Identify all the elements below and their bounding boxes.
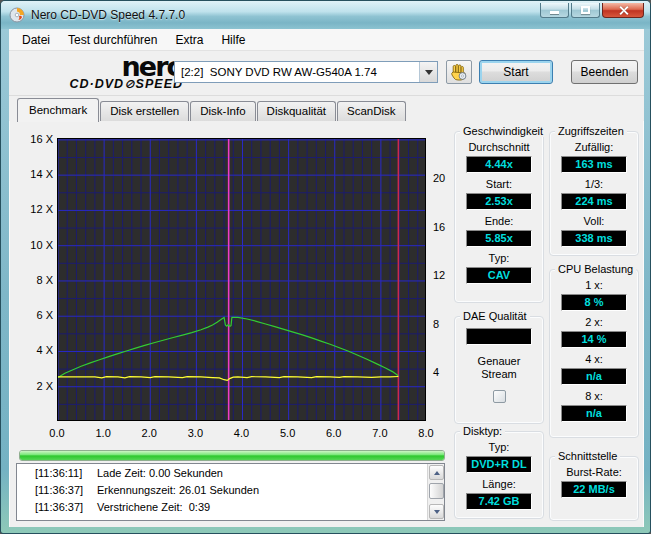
log-list[interactable]: [11:36:11]Lade Zeit: 0.00 Sekunden[11:36… <box>16 463 445 521</box>
log-timestamp: [11:36:37] <box>35 499 97 515</box>
panel-title: Schnittstelle <box>555 450 620 462</box>
start-button[interactable]: Start <box>479 60 553 84</box>
scrollbar-thumb[interactable] <box>429 483 444 499</box>
tab-scandisk[interactable]: ScanDisk <box>337 101 406 121</box>
benchmark-chart: 2 X4 X6 X8 X10 X12 X14 X16 X0.01.02.03.0… <box>10 121 456 447</box>
panel-title: DAE Qualität <box>460 310 530 322</box>
log-scrollbar[interactable] <box>427 464 444 520</box>
y-axis-label-4-x: 4 X <box>13 344 53 356</box>
label-lange: Länge: <box>455 478 543 491</box>
value-typ: DVD+R DL <box>466 456 532 473</box>
value-typ: CAV <box>466 267 532 284</box>
menu-item-datei[interactable]: Datei <box>13 30 59 50</box>
drive-select[interactable]: [2:2] SONY DVD RW AW-G540A 1.74 <box>174 61 438 83</box>
value-1-3: 224 ms <box>561 193 627 210</box>
drive-select-dropdown-button[interactable] <box>419 62 437 82</box>
genauer-stream-checkbox[interactable] <box>493 390 506 403</box>
tab-diskqualitat[interactable]: Diskqualität <box>257 101 336 121</box>
tab-strip: BenchmarkDisk erstellenDisk-InfoDiskqual… <box>9 96 644 121</box>
label-zufallig: Zufällig: <box>550 141 638 154</box>
label-start: Start: <box>455 178 543 191</box>
label-ende: Ende: <box>455 215 543 228</box>
menu-item-test-durchfuhren[interactable]: Test durchführen <box>59 30 166 50</box>
menu-item-extra[interactable]: Extra <box>166 30 212 50</box>
value-4-x: n/a <box>561 368 627 385</box>
label-1-x: 1 x: <box>550 279 638 292</box>
app-window: Nero CD-DVD Speed 4.7.7.0 DateiTest durc… <box>0 0 651 534</box>
log-timestamp: [11:36:11] <box>35 465 97 481</box>
scroll-down-icon <box>434 510 440 514</box>
x-axis-label-6-0: 6.0 <box>318 427 350 439</box>
y-axis-label-10-x: 10 X <box>13 239 53 251</box>
progress-bar-fill <box>20 451 444 460</box>
maximize-button[interactable] <box>571 3 600 18</box>
panel-cpu-belastung: CPU Belastung1 x:8 %2 x:14 %4 x:n/a8 x:n… <box>549 269 639 438</box>
value-lange: 7.42 GB <box>466 493 532 510</box>
benchmark-tab-page: 2 X4 X6 X8 X10 X12 X14 X16 X0.01.02.03.0… <box>9 121 644 527</box>
label-1-3: 1/3: <box>550 178 638 191</box>
x-axis-label-4-0: 4.0 <box>226 427 258 439</box>
nero-logo: nero CD·DVD⊘SPEED <box>33 53 183 91</box>
x-axis-label-8-0: 8.0 <box>410 427 442 439</box>
log-timestamp: [11:36:37] <box>35 482 97 498</box>
panel-title: Zugriffszeiten <box>555 125 627 137</box>
y-axis-label-16-x: 16 X <box>13 133 53 145</box>
chart-plot-area <box>57 138 426 421</box>
panel-geschwindigkeit: GeschwindigkeitDurchschnitt4.44xStart:2.… <box>454 131 544 303</box>
app-icon <box>9 7 25 23</box>
quit-button[interactable]: Beenden <box>571 60 638 84</box>
y-axis-label-14-x: 14 X <box>13 168 53 180</box>
x-axis-label-7-0: 7.0 <box>364 427 396 439</box>
log-line: [11:36:37]Erkennungszeit: 26.01 Sekunden <box>17 481 444 498</box>
minimize-button[interactable] <box>540 3 569 18</box>
panel-schnittstelle: SchnittstelleBurst-Rate:22 MB/s <box>549 456 639 521</box>
x-axis-label-2-0: 2.0 <box>133 427 165 439</box>
y-axis-label-2-x: 2 X <box>13 380 53 392</box>
log-text: Erkennungszeit: 26.01 Sekunden <box>97 482 259 498</box>
menu-bar: DateiTest durchführenExtraHilfe <box>9 29 644 51</box>
tab-disk-info[interactable]: Disk-Info <box>190 101 255 121</box>
y-axis-label-8-x: 8 X <box>13 274 53 286</box>
x-axis-label-3-0: 3.0 <box>179 427 211 439</box>
panel-title: Geschwindigkeit <box>460 125 546 137</box>
tab-disk-erstellen[interactable]: Disk erstellen <box>100 101 189 121</box>
value-voll: 338 ms <box>561 230 627 247</box>
x-axis-label-0-0: 0.0 <box>41 427 73 439</box>
panel-title: CPU Belastung <box>555 263 636 275</box>
close-icon <box>618 5 629 16</box>
label-durchschnitt: Durchschnitt <box>455 141 543 154</box>
nero-logo-word: nero <box>33 53 183 80</box>
chevron-down-icon <box>425 70 433 75</box>
title-bar[interactable]: Nero CD-DVD Speed 4.7.7.0 <box>1 1 650 29</box>
y-axis-label-6-x: 6 X <box>13 309 53 321</box>
label-voll: Voll: <box>550 215 638 228</box>
log-line: [11:36:37]Verstrichene Zeit: 0:39 <box>17 498 444 515</box>
value-dae-qualitat <box>466 328 532 345</box>
panel-dae-qualitat: DAE QualitätGenauerStream <box>454 316 544 424</box>
tab-benchmark[interactable]: Benchmark <box>17 98 99 122</box>
log-text: Lade Zeit: 0.00 Sekunden <box>97 465 223 481</box>
label-4-x: 4 x: <box>550 353 638 366</box>
y-axis-label-12-x: 12 X <box>13 203 53 215</box>
value-1-x: 8 % <box>561 294 627 311</box>
nero-logo-subtitle: CD·DVD⊘SPEED <box>33 78 183 91</box>
window-title: Nero CD-DVD Speed 4.7.7.0 <box>31 8 185 22</box>
x-axis-label-1-0: 1.0 <box>87 427 119 439</box>
menu-item-hilfe[interactable]: Hilfe <box>212 30 254 50</box>
scroll-down-button[interactable] <box>429 504 444 519</box>
toolbar: nero CD·DVD⊘SPEED [2:2] SONY DVD RW AW-G… <box>9 51 644 96</box>
label-burst-rate: Burst-Rate: <box>550 466 638 479</box>
label-typ: Typ: <box>455 252 543 265</box>
drive-select-value: [2:2] SONY DVD RW AW-G540A 1.74 <box>175 66 419 78</box>
value-burst-rate: 22 MB/s <box>561 481 627 498</box>
eject-disc-button[interactable] <box>446 60 472 84</box>
x-axis-label-5-0: 5.0 <box>272 427 304 439</box>
label-8-x: 8 x: <box>550 390 638 403</box>
value-durchschnitt: 4.44x <box>466 156 532 173</box>
close-button[interactable] <box>602 3 644 18</box>
scroll-up-icon <box>434 471 440 475</box>
label-2-x: 2 x: <box>550 316 638 329</box>
scroll-up-button[interactable] <box>429 465 444 480</box>
progress-bar <box>19 450 445 461</box>
value-2-x: 14 % <box>561 331 627 348</box>
